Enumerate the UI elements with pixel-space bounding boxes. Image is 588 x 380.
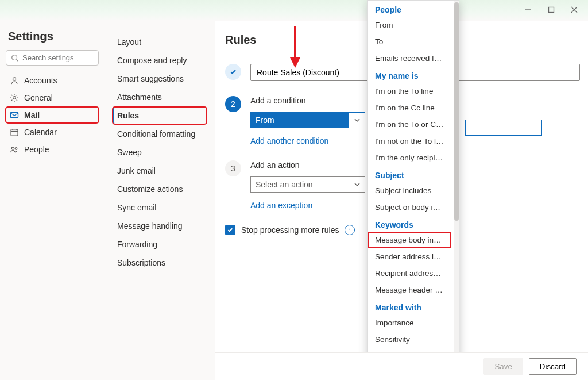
- svg-line-5: [17, 59, 18, 61]
- subnav-sync[interactable]: Sync email: [113, 199, 207, 216]
- svg-rect-1: [549, 7, 554, 13]
- subnav-junk[interactable]: Junk email: [113, 162, 207, 179]
- step-2-bullet: 2: [225, 96, 241, 112]
- annotation-arrow-icon: [288, 25, 302, 69]
- dd-item-subject-or-body[interactable]: Subject or body inclu...: [368, 199, 451, 216]
- nav-accounts[interactable]: Accounts: [6, 72, 99, 89]
- add-another-condition-link[interactable]: Add another condition: [250, 136, 328, 145]
- nav-general[interactable]: General: [6, 90, 99, 106]
- step-done-icon: [225, 64, 241, 80]
- search-settings[interactable]: [6, 50, 99, 66]
- dd-header-mynameis: My name is: [368, 67, 459, 83]
- action-placeholder: Select an action: [251, 177, 349, 192]
- nav-label: General: [24, 93, 53, 102]
- condition-value-input[interactable]: [465, 120, 542, 136]
- dd-item-to[interactable]: To: [368, 33, 451, 50]
- chevron-down-icon: [349, 113, 365, 128]
- svg-point-7: [13, 97, 16, 99]
- dd-item-emails-received[interactable]: Emails received for ot...: [368, 50, 451, 67]
- nav-mail[interactable]: Mail: [6, 107, 99, 123]
- condition-select[interactable]: From: [250, 112, 365, 128]
- scrollbar-thumb[interactable]: [454, 2, 459, 221]
- discard-button[interactable]: Discard: [529, 358, 577, 375]
- dd-item-on-to[interactable]: I'm on the To line: [368, 83, 451, 99]
- dd-header-people: People: [368, 1, 459, 17]
- footer: Save Discard: [215, 352, 588, 380]
- dd-item-sender-address[interactable]: Sender address includ...: [368, 248, 451, 265]
- nav-calendar[interactable]: Calendar: [6, 124, 99, 140]
- action-select[interactable]: Select an action: [250, 176, 365, 193]
- dd-item-on-to-or-cc[interactable]: I'm on the To or Cc line: [368, 116, 451, 133]
- dd-item-on-cc[interactable]: I'm on the Cc line: [368, 99, 451, 116]
- dd-item-message-body-includes[interactable]: Message body includes: [368, 232, 451, 248]
- add-exception-link[interactable]: Add an exception: [250, 201, 312, 210]
- subnav-rules[interactable]: Rules: [113, 107, 207, 124]
- svg-point-13: [11, 147, 14, 149]
- subnav-compose[interactable]: Compose and reply: [113, 52, 207, 69]
- nav-label: People: [24, 145, 49, 154]
- people-icon: [9, 145, 20, 154]
- dd-item-recipient-address[interactable]: Recipient address incl...: [368, 265, 451, 282]
- dd-item-message-header[interactable]: Message header inclu...: [368, 282, 451, 298]
- svg-point-6: [13, 78, 16, 80]
- condition-value: From: [251, 113, 349, 128]
- mail-subnav: Layout Compose and reply Smart suggestio…: [105, 21, 215, 380]
- subnav-attachments[interactable]: Attachments: [113, 89, 207, 106]
- mail-icon: [9, 110, 20, 120]
- dd-header-subject: Subject: [368, 166, 459, 182]
- dd-item-from[interactable]: From: [368, 17, 451, 33]
- close-button[interactable]: [565, 3, 583, 16]
- svg-marker-16: [290, 57, 300, 68]
- subnav-forwarding[interactable]: Forwarding: [113, 236, 207, 253]
- svg-rect-8: [11, 113, 18, 118]
- settings-heading: Settings: [8, 30, 96, 43]
- settings-sidebar: Settings Accounts General Mail Calendar …: [0, 21, 105, 380]
- dd-item-subject-includes[interactable]: Subject includes: [368, 182, 451, 199]
- svg-rect-9: [11, 129, 18, 136]
- dd-item-only-recipient[interactable]: I'm the only recipient: [368, 149, 451, 166]
- dd-item-importance[interactable]: Importance: [368, 314, 451, 331]
- minimize-button[interactable]: [519, 3, 537, 16]
- search-icon: [11, 54, 19, 62]
- step-3-bullet: 3: [225, 160, 241, 176]
- svg-point-4: [12, 55, 17, 60]
- save-button[interactable]: Save: [483, 358, 523, 375]
- dd-item-sensitivity[interactable]: Sensitivity: [368, 331, 451, 348]
- info-icon[interactable]: i: [345, 225, 355, 235]
- nav-label: Accounts: [24, 76, 57, 85]
- dd-item-not-on-to[interactable]: I'm not on the To line: [368, 133, 451, 149]
- person-icon: [9, 76, 20, 85]
- gear-icon: [9, 93, 20, 102]
- svg-point-14: [15, 148, 17, 150]
- calendar-icon: [9, 128, 20, 137]
- nav-label: Calendar: [24, 128, 57, 137]
- stop-processing-label: Stop processing more rules: [241, 225, 339, 235]
- maximize-button[interactable]: [542, 3, 560, 16]
- nav-people[interactable]: People: [6, 141, 99, 158]
- subnav-subscriptions[interactable]: Subscriptions: [113, 254, 207, 271]
- subnav-msghandle[interactable]: Message handling: [113, 217, 207, 235]
- subnav-smart[interactable]: Smart suggestions: [113, 70, 207, 87]
- condition-dropdown: People From To Emails received for ot...…: [368, 0, 459, 375]
- subnav-sweep[interactable]: Sweep: [113, 144, 207, 161]
- subnav-condfmt[interactable]: Conditional formatting: [113, 125, 207, 143]
- nav-label: Mail: [24, 110, 40, 120]
- dd-header-marked: Marked with: [368, 298, 459, 314]
- chevron-down-icon: [349, 177, 365, 192]
- stop-processing-checkbox[interactable]: [225, 225, 235, 235]
- subnav-customize[interactable]: Customize actions: [113, 181, 207, 198]
- subnav-layout[interactable]: Layout: [113, 33, 207, 51]
- titlebar: [0, 0, 588, 21]
- dd-header-keywords: Keywords: [368, 216, 459, 232]
